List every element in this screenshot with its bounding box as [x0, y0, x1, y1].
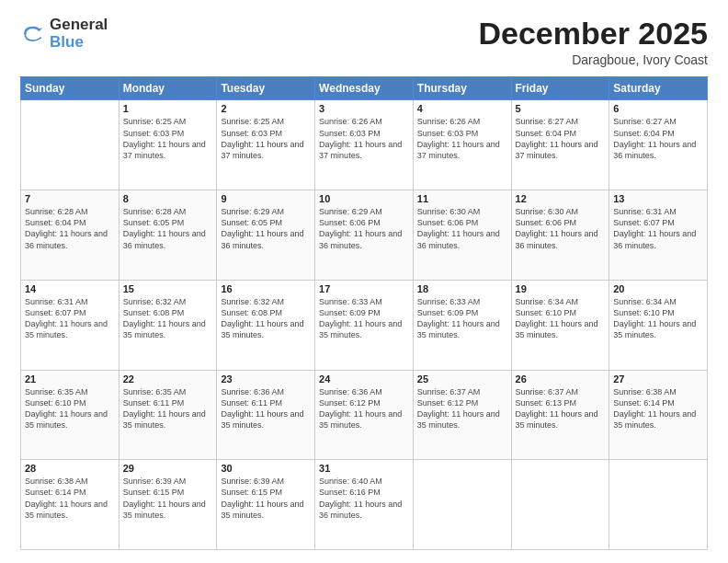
- day-number: 16: [221, 283, 311, 294]
- calendar-cell: 14 Sunrise: 6:31 AM Sunset: 6:07 PM Dayl…: [21, 280, 119, 370]
- calendar-cell: 13 Sunrise: 6:31 AM Sunset: 6:07 PM Dayl…: [609, 190, 708, 281]
- sunset-label: Sunset: 6:14 PM: [25, 488, 86, 497]
- month-title: December 2025: [478, 17, 708, 51]
- day-number: 31: [319, 463, 409, 474]
- daylight-label: Daylight: 11 hours and 35 minutes.: [25, 409, 108, 430]
- sunrise-label: Sunrise: 6:36 AM: [319, 387, 382, 396]
- sunrise-label: Sunrise: 6:32 AM: [221, 297, 284, 306]
- day-info: Sunrise: 6:35 AM Sunset: 6:10 PM Dayligh…: [25, 386, 115, 431]
- sunrise-label: Sunrise: 6:38 AM: [25, 477, 88, 486]
- day-info: Sunrise: 6:30 AM Sunset: 6:06 PM Dayligh…: [516, 206, 606, 251]
- calendar-cell: 22 Sunrise: 6:35 AM Sunset: 6:11 PM Dayl…: [119, 370, 217, 460]
- sunrise-label: Sunrise: 6:33 AM: [319, 297, 382, 306]
- day-info: Sunrise: 6:36 AM Sunset: 6:12 PM Dayligh…: [319, 386, 409, 431]
- day-info: Sunrise: 6:39 AM Sunset: 6:15 PM Dayligh…: [221, 476, 311, 521]
- day-info: Sunrise: 6:34 AM Sunset: 6:10 PM Dayligh…: [516, 296, 606, 341]
- daylight-label: Daylight: 11 hours and 35 minutes.: [123, 319, 206, 339]
- sunset-label: Sunset: 6:04 PM: [516, 129, 577, 138]
- calendar-header-monday: Monday: [119, 77, 217, 100]
- calendar-cell: [413, 460, 511, 550]
- day-number: 30: [221, 463, 311, 474]
- sunset-label: Sunset: 6:06 PM: [417, 218, 479, 227]
- day-number: 1: [123, 103, 213, 114]
- calendar-week-3: 14 Sunrise: 6:31 AM Sunset: 6:07 PM Dayl…: [21, 280, 708, 370]
- calendar-cell: 23 Sunrise: 6:36 AM Sunset: 6:11 PM Dayl…: [217, 370, 315, 460]
- calendar-cell: 6 Sunrise: 6:27 AM Sunset: 6:04 PM Dayli…: [609, 100, 708, 190]
- sunset-label: Sunset: 6:05 PM: [123, 218, 185, 227]
- sunset-label: Sunset: 6:11 PM: [123, 398, 185, 408]
- calendar-cell: 7 Sunrise: 6:28 AM Sunset: 6:04 PM Dayli…: [21, 190, 119, 281]
- calendar-cell: 28 Sunrise: 6:38 AM Sunset: 6:14 PM Dayl…: [21, 460, 119, 550]
- daylight-label: Daylight: 11 hours and 35 minutes.: [123, 409, 206, 430]
- day-info: Sunrise: 6:27 AM Sunset: 6:04 PM Dayligh…: [613, 116, 703, 161]
- day-info: Sunrise: 6:37 AM Sunset: 6:12 PM Dayligh…: [417, 386, 507, 431]
- sunrise-label: Sunrise: 6:27 AM: [613, 117, 677, 126]
- daylight-label: Daylight: 11 hours and 36 minutes.: [123, 229, 206, 249]
- day-info: Sunrise: 6:29 AM Sunset: 6:05 PM Dayligh…: [221, 206, 311, 251]
- calendar-cell: 25 Sunrise: 6:37 AM Sunset: 6:12 PM Dayl…: [413, 370, 511, 460]
- calendar-cell: 30 Sunrise: 6:39 AM Sunset: 6:15 PM Dayl…: [217, 460, 315, 550]
- day-number: 21: [25, 373, 115, 385]
- calendar-cell: 5 Sunrise: 6:27 AM Sunset: 6:04 PM Dayli…: [511, 100, 609, 190]
- day-info: Sunrise: 6:34 AM Sunset: 6:10 PM Dayligh…: [613, 296, 703, 341]
- daylight-label: Daylight: 11 hours and 36 minutes.: [613, 229, 696, 249]
- calendar-cell: 3 Sunrise: 6:26 AM Sunset: 6:03 PM Dayli…: [315, 100, 414, 190]
- day-info: Sunrise: 6:40 AM Sunset: 6:16 PM Dayligh…: [319, 476, 409, 521]
- calendar-cell: 10 Sunrise: 6:29 AM Sunset: 6:06 PM Dayl…: [315, 190, 414, 281]
- sunset-label: Sunset: 6:03 PM: [221, 129, 282, 138]
- sunrise-label: Sunrise: 6:40 AM: [319, 477, 382, 486]
- sunrise-label: Sunrise: 6:26 AM: [319, 117, 382, 126]
- day-info: Sunrise: 6:31 AM Sunset: 6:07 PM Dayligh…: [25, 296, 115, 341]
- sunrise-label: Sunrise: 6:29 AM: [221, 207, 284, 216]
- day-number: 5: [516, 103, 606, 114]
- calendar-cell: 4 Sunrise: 6:26 AM Sunset: 6:03 PM Dayli…: [413, 100, 511, 190]
- sunrise-label: Sunrise: 6:27 AM: [516, 117, 579, 126]
- daylight-label: Daylight: 11 hours and 35 minutes.: [613, 409, 696, 430]
- day-info: Sunrise: 6:33 AM Sunset: 6:09 PM Dayligh…: [417, 296, 507, 341]
- day-number: 13: [613, 193, 703, 204]
- daylight-label: Daylight: 11 hours and 36 minutes.: [516, 229, 598, 249]
- sunset-label: Sunset: 6:10 PM: [516, 308, 577, 317]
- calendar-cell: 29 Sunrise: 6:39 AM Sunset: 6:15 PM Dayl…: [119, 460, 217, 550]
- logo-blue-text: Blue: [50, 34, 108, 52]
- day-number: 22: [123, 373, 213, 385]
- header: General Blue December 2025 Daragboue, Iv…: [20, 17, 708, 67]
- sunset-label: Sunset: 6:03 PM: [123, 129, 185, 138]
- day-info: Sunrise: 6:39 AM Sunset: 6:15 PM Dayligh…: [123, 476, 213, 521]
- daylight-label: Daylight: 11 hours and 36 minutes.: [417, 229, 500, 249]
- calendar-cell: 27 Sunrise: 6:38 AM Sunset: 6:14 PM Dayl…: [609, 370, 708, 460]
- calendar-cell: 19 Sunrise: 6:34 AM Sunset: 6:10 PM Dayl…: [511, 280, 609, 370]
- calendar-table: SundayMondayTuesdayWednesdayThursdayFrid…: [20, 76, 708, 550]
- day-info: Sunrise: 6:26 AM Sunset: 6:03 PM Dayligh…: [319, 116, 409, 161]
- daylight-label: Daylight: 11 hours and 35 minutes.: [25, 500, 108, 520]
- day-info: Sunrise: 6:26 AM Sunset: 6:03 PM Dayligh…: [417, 116, 507, 161]
- logo-icon: [20, 21, 46, 47]
- calendar-header-wednesday: Wednesday: [315, 77, 414, 100]
- calendar-header-saturday: Saturday: [609, 77, 708, 100]
- daylight-label: Daylight: 11 hours and 35 minutes.: [516, 319, 598, 339]
- daylight-label: Daylight: 11 hours and 35 minutes.: [221, 409, 303, 430]
- calendar-cell: 20 Sunrise: 6:34 AM Sunset: 6:10 PM Dayl…: [609, 280, 708, 370]
- sunrise-label: Sunrise: 6:39 AM: [221, 477, 284, 486]
- day-number: 18: [417, 283, 507, 294]
- daylight-label: Daylight: 11 hours and 36 minutes.: [319, 229, 402, 249]
- day-number: 19: [516, 283, 606, 294]
- daylight-label: Daylight: 11 hours and 35 minutes.: [221, 319, 303, 339]
- sunset-label: Sunset: 6:15 PM: [123, 488, 185, 497]
- sunset-label: Sunset: 6:12 PM: [319, 398, 381, 408]
- sunset-label: Sunset: 6:10 PM: [613, 308, 675, 317]
- day-number: 25: [417, 373, 507, 385]
- sunrise-label: Sunrise: 6:26 AM: [417, 117, 481, 126]
- sunset-label: Sunset: 6:04 PM: [25, 218, 86, 227]
- calendar-header-sunday: Sunday: [21, 77, 119, 100]
- calendar-header-thursday: Thursday: [413, 77, 511, 100]
- daylight-label: Daylight: 11 hours and 37 minutes.: [516, 140, 598, 160]
- sunset-label: Sunset: 6:03 PM: [417, 129, 479, 138]
- day-number: 7: [25, 193, 115, 204]
- sunrise-label: Sunrise: 6:37 AM: [516, 387, 579, 396]
- day-info: Sunrise: 6:38 AM Sunset: 6:14 PM Dayligh…: [613, 386, 703, 431]
- sunset-label: Sunset: 6:08 PM: [123, 308, 185, 317]
- sunset-label: Sunset: 6:05 PM: [221, 218, 282, 227]
- calendar-cell: 12 Sunrise: 6:30 AM Sunset: 6:06 PM Dayl…: [511, 190, 609, 281]
- sunrise-label: Sunrise: 6:32 AM: [123, 297, 187, 306]
